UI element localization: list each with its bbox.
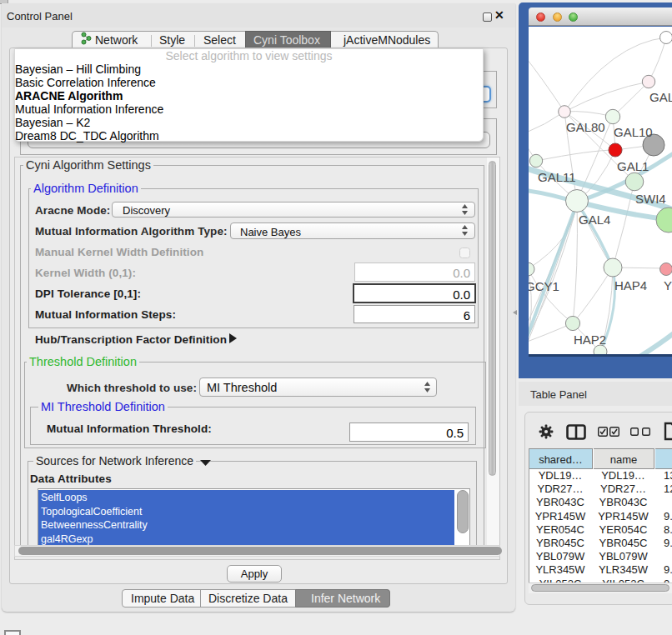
svg-text:HAP4: HAP4: [614, 278, 647, 292]
svg-text:Y: Y: [664, 278, 672, 292]
svg-text:GAL11: GAL11: [538, 170, 576, 184]
svg-text:SWI4: SWI4: [635, 192, 666, 206]
svg-text:GCY1: GCY1: [529, 279, 559, 293]
svg-text:GAL80: GAL80: [566, 120, 605, 134]
svg-text:GAL1: GAL1: [617, 159, 649, 173]
svg-text:GAL4: GAL4: [579, 212, 610, 227]
svg-text:HAP2: HAP2: [574, 332, 606, 347]
svg-text:GAL2: GAL2: [649, 90, 672, 104]
svg-text:GAL10: GAL10: [614, 125, 653, 139]
